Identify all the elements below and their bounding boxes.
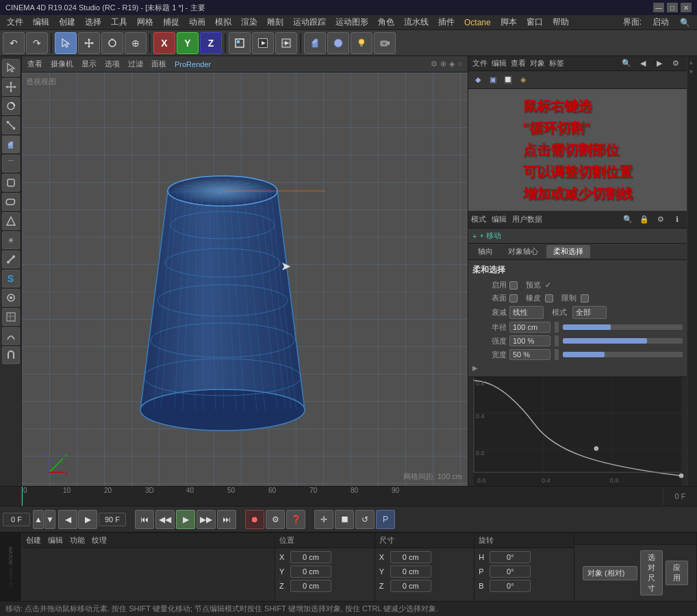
menu-create[interactable]: 创建 [55,15,79,29]
icon-s-logo[interactable]: S [2,270,20,287]
select-size-btn[interactable]: 选对尺寸 [640,550,663,595]
search-icon[interactable]: 🔍 [676,16,694,29]
menu-help[interactable]: 帮助 [548,15,573,29]
vp-icon-2[interactable]: ⊕ [440,60,446,68]
prop-slider-handle-strength[interactable] [555,335,559,346]
menu-mograph[interactable]: 运动图形 [331,15,372,29]
vp-menu-filter[interactable]: 过滤 [128,59,143,69]
menu-mesh[interactable]: 网格 [133,15,157,29]
prop-slider-handle-radius[interactable] [555,322,559,333]
prop-slider-radius[interactable] [563,324,683,330]
redo-button[interactable]: ↷ [26,32,48,54]
cube-button[interactable] [304,32,326,54]
go-prev-btn[interactable]: ◀◀ [155,510,175,529]
icon-nurbs[interactable] [2,174,20,192]
om-icon-obj1[interactable]: ◆ [471,73,485,87]
coord-mode-dropdown[interactable]: 对象 (相对) [583,566,637,580]
icon-select[interactable] [2,59,20,77]
snap-tool-btn[interactable]: ↺ [355,510,375,529]
menu-window[interactable]: 窗口 [522,15,547,29]
tab-soft-select[interactable]: 柔和选择 [546,245,590,258]
om-icon-nav-fwd[interactable]: ▶ [652,57,666,70]
coord-input-sy[interactable] [390,565,431,578]
prop-dropdown-mode[interactable]: 全部 [572,306,607,319]
coord-input-py[interactable] [290,565,331,578]
key-mode-btn[interactable]: 🔲 [335,510,354,529]
prop-slider-width[interactable] [563,352,683,357]
menu-sculpt[interactable]: 雕刻 [263,15,288,29]
menu-tools[interactable]: 工具 [107,15,131,29]
mat-menu-create[interactable]: 创建 [26,535,41,546]
prop-slider-handle-width[interactable] [555,349,559,360]
sphere-button[interactable] [327,32,349,54]
tab-axis[interactable]: 轴向 [471,245,500,258]
auto-key-btn[interactable]: ⚙ [266,510,285,529]
menu-render[interactable]: 渲染 [237,15,262,29]
attr-menu-edit[interactable]: 编辑 [492,214,507,224]
om-icon-nav-back[interactable]: ◀ [636,57,650,70]
icon-scale-3d[interactable] [2,116,20,134]
attr-icon-lock[interactable]: 🔒 [637,213,651,227]
axis-z-button[interactable]: Z [200,32,222,54]
om-menu-file[interactable]: 文件 [472,58,487,68]
tab-object-axis[interactable]: 对象轴心 [501,245,545,258]
minimize-button[interactable]: — [653,3,664,12]
prop-checkbox-rubber[interactable] [545,294,553,303]
menu-animate[interactable]: 动画 [185,15,210,29]
attr-icon-info[interactable]: ℹ [670,213,684,227]
menu-plugins[interactable]: 插件 [434,15,459,29]
om-icon-settings[interactable]: ⚙ [669,57,683,70]
rs-icon-2[interactable]: ▼ [688,68,696,77]
vp-menu-panels[interactable]: 面板 [151,59,166,69]
om-menu-tag[interactable]: 标签 [549,58,564,68]
transport-end-frame[interactable] [99,513,126,526]
menu-edit[interactable]: 编辑 [29,15,53,29]
menu-script[interactable]: 脚本 [496,15,521,29]
play-btn[interactable]: ▶ [176,510,195,529]
vp-menu-prorender[interactable]: ProRender [175,60,211,68]
camera-button[interactable] [374,32,396,54]
vp-icon-4[interactable]: ○ [457,60,462,68]
timeline-track[interactable]: 0 10 20 3D 40 50 60 70 80 90 [22,487,663,506]
go-start-btn[interactable]: ⏮ [135,510,154,529]
om-icon-obj2[interactable]: ▣ [486,73,500,87]
menu-character[interactable]: 角色 [374,15,398,29]
menu-simulate[interactable]: 模拟 [211,15,236,29]
record-mode-btn[interactable]: P [376,510,395,529]
prop-value-width[interactable]: 50 % [509,349,550,360]
vp-menu-view[interactable]: 查看 [27,59,42,69]
menu-pipeline[interactable]: 流水线 [400,15,433,29]
move-tool-btn[interactable]: ✛ [314,510,333,529]
icon-magnet[interactable] [2,346,20,364]
coord-input-rh[interactable] [490,551,531,563]
prev-frame-btn[interactable]: ◀ [58,510,77,529]
mat-menu-texture[interactable]: 纹理 [92,535,107,546]
rotate-button[interactable] [101,32,123,54]
vp-menu-options[interactable]: 选项 [105,59,120,69]
render-active-button[interactable] [252,32,274,54]
prop-checkbox-enable[interactable] [509,281,518,290]
select-button[interactable] [55,32,77,54]
menu-file[interactable]: 文件 [3,15,27,29]
icon-effector[interactable] [2,212,20,230]
light-button[interactable] [351,32,372,54]
om-icon-search[interactable]: 🔍 [620,57,633,70]
om-icon-texture[interactable]: ◈ [516,73,530,87]
attr-menu-mode[interactable]: 模式 [471,214,486,224]
mat-menu-function[interactable]: 功能 [70,535,85,546]
viewport-3d[interactable]: 透视视图 [22,73,468,486]
attr-menu-userdata[interactable]: 用户数据 [512,214,542,224]
icon-light[interactable]: ☀ [2,231,20,249]
startup-mode[interactable]: 启动 [648,15,673,29]
icon-bend[interactable] [2,327,20,345]
om-menu-object[interactable]: 对象 [530,58,545,68]
undo-button[interactable]: ↶ [3,32,25,54]
om-menu-view[interactable]: 查看 [511,58,526,68]
coord-input-sz[interactable] [390,580,431,592]
icon-deformer[interactable] [2,193,20,211]
axis-x-button[interactable]: X [153,32,175,54]
icon-spline[interactable]: ⌒ [2,155,20,172]
prop-dropdown-falloff[interactable]: 线性 [509,306,544,319]
playback-btn[interactable]: ❓ [286,510,305,529]
prop-checkbox-limit[interactable] [581,294,589,303]
